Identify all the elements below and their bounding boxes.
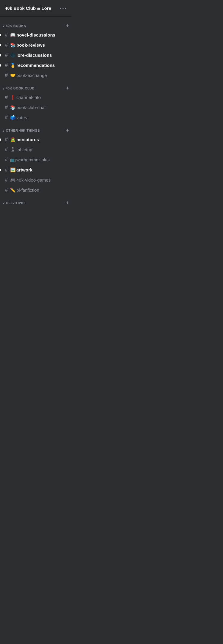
category-label-40k-books: 40K BOOKS [6, 24, 26, 28]
channel-item-book-exchange[interactable]: #🤝book-exchange [2, 70, 69, 80]
channel-name-tabletop: ♟️tabletop [10, 147, 32, 152]
channels-list: ∨40K BOOKS+#📖novel-discussions#📚book-rev… [0, 17, 71, 644]
channel-item-book-reviews[interactable]: #📚book-reviews [2, 40, 69, 50]
channel-emoji: 🗳️ [10, 115, 16, 120]
add-channel-btn-40k-books[interactable]: + [66, 23, 69, 29]
channel-emoji: 🌑 [10, 53, 16, 58]
channel-name-text: warhammer-plus [16, 157, 50, 162]
channel-name-warhammer-plus: 📺warhammer-plus [10, 157, 50, 163]
channel-emoji: 📖 [10, 32, 16, 38]
channel-item-recommendations[interactable]: #🥇recommendations [2, 60, 69, 70]
more-options-icon[interactable]: ··· [60, 5, 67, 12]
channel-name-recommendations: 🥇recommendations [10, 63, 55, 68]
hash-icon: # [5, 42, 8, 48]
channel-item-votes[interactable]: #🗳️votes [2, 113, 69, 122]
add-channel-btn-other-40k-things[interactable]: + [66, 128, 69, 133]
category-name-40k-books: ∨40K BOOKS [2, 24, 26, 28]
category-name-other-40k-things: ∨OTHER 40K THINGS [2, 129, 40, 132]
channel-item-miniatures[interactable]: #🧟miniatures [2, 135, 69, 144]
channel-name-artwork: 🖼️artwork [10, 167, 32, 173]
category-label-other-40k-things: OTHER 40K THINGS [6, 129, 40, 132]
hash-icon: # [5, 167, 8, 173]
channel-name-bl-fanfiction: ✏️bl-fanfiction [10, 188, 39, 193]
category-name-40k-book-club: ∨40K BOOK CLUB [2, 86, 35, 90]
channel-item-channel-info[interactable]: #❗channel-info [2, 92, 69, 102]
channel-name-text: channel-info [16, 95, 41, 100]
channel-name-book-reviews: 📚book-reviews [10, 42, 45, 48]
channel-name-text: artwork [16, 167, 32, 172]
channel-item-artwork[interactable]: #🖼️artwork [2, 165, 69, 175]
add-channel-btn-40k-book-club[interactable]: + [66, 86, 69, 91]
channel-name-text: miniatures [16, 137, 39, 142]
hash-icon: # [5, 62, 8, 68]
hash-icon: # [5, 72, 8, 78]
channel-emoji: 🧟 [10, 137, 16, 142]
category-label-off-topic: OFF-TOPIC [6, 201, 25, 205]
channel-emoji: 🥇 [10, 63, 16, 68]
category-label-40k-book-club: 40K BOOK CLUB [6, 86, 35, 90]
hash-icon: # [5, 114, 8, 121]
channel-name-lore-discussions: 🌑lore-discussions [10, 53, 52, 58]
channel-emoji: ♟️ [10, 147, 16, 152]
channel-emoji: 📚 [10, 42, 16, 48]
chevron-down-icon: ∨ [2, 129, 5, 132]
category-40k-books: ∨40K BOOKS+#📖novel-discussions#📚book-rev… [0, 19, 71, 80]
channel-item-bl-fanfiction[interactable]: #✏️bl-fanfiction [2, 185, 69, 195]
channel-name-miniatures: 🧟miniatures [10, 137, 39, 142]
add-channel-btn-off-topic[interactable]: + [66, 200, 69, 206]
channel-emoji: 🎮 [10, 177, 16, 183]
channel-name-text: book-club-chat [16, 105, 46, 110]
channel-item-40k-video-games[interactable]: #🎮40k-video-games [2, 175, 69, 185]
channel-item-warhammer-plus[interactable]: #📺warhammer-plus [2, 155, 69, 165]
channel-name-text: recommendations [16, 63, 55, 68]
channel-emoji: ❗ [10, 95, 16, 100]
chevron-down-icon: ∨ [2, 24, 5, 28]
channel-name-text: votes [16, 115, 27, 120]
channel-emoji: ✏️ [10, 188, 16, 193]
channel-name-text: book-reviews [16, 42, 45, 48]
channel-name-book-club-chat: 📚book-club-chat [10, 105, 46, 110]
channel-emoji: 🤝 [10, 73, 16, 78]
hash-icon: # [5, 147, 8, 153]
channel-emoji: 📚 [10, 105, 16, 110]
channel-emoji: 📺 [10, 157, 16, 163]
category-header-off-topic[interactable]: ∨OFF-TOPIC+ [0, 196, 71, 207]
hash-icon: # [5, 94, 8, 100]
channel-name-votes: 🗳️votes [10, 115, 27, 120]
channel-item-book-club-chat[interactable]: #📚book-club-chat [2, 103, 69, 112]
hash-icon: # [5, 177, 8, 183]
category-header-40k-book-club[interactable]: ∨40K BOOK CLUB+ [0, 81, 71, 92]
category-other-40k-things: ∨OTHER 40K THINGS+#🧟miniatures#♟️tableto… [0, 124, 71, 195]
hash-icon: # [5, 187, 8, 193]
channel-name-book-exchange: 🤝book-exchange [10, 73, 47, 78]
hash-icon: # [5, 157, 8, 163]
channel-emoji: 🖼️ [10, 167, 16, 173]
channel-name-text: bl-fanfiction [16, 188, 39, 193]
category-off-topic: ∨OFF-TOPIC+ [0, 196, 71, 207]
hash-icon: # [5, 52, 8, 58]
channel-name-text: novel-discussions [16, 32, 55, 37]
server-title: 40k Book Club & Lore [5, 6, 60, 11]
hash-icon: # [5, 136, 8, 143]
chevron-down-icon: ∨ [2, 201, 5, 205]
category-40k-book-club: ∨40K BOOK CLUB+#❗channel-info#📚book-club… [0, 81, 71, 122]
channel-name-channel-info: ❗channel-info [10, 95, 41, 100]
hash-icon: # [5, 32, 8, 38]
channel-item-tabletop[interactable]: #♟️tabletop [2, 145, 69, 155]
category-header-other-40k-things[interactable]: ∨OTHER 40K THINGS+ [0, 124, 71, 134]
channel-name-text: lore-discussions [16, 53, 52, 58]
category-header-40k-books[interactable]: ∨40K BOOKS+ [0, 19, 71, 30]
channel-name-text: 40k-video-games [16, 177, 51, 182]
channel-name-text: book-exchange [16, 73, 47, 78]
channel-item-novel-discussions[interactable]: #📖novel-discussions [2, 30, 69, 40]
hash-icon: # [5, 104, 8, 111]
sidebar: 40k Book Club & Lore ··· ∨40K BOOKS+#📖no… [0, 0, 71, 644]
channel-item-lore-discussions[interactable]: #🌑lore-discussions [2, 50, 69, 60]
channel-name-novel-discussions: 📖novel-discussions [10, 32, 55, 38]
chevron-down-icon: ∨ [2, 87, 5, 90]
category-name-off-topic: ∨OFF-TOPIC [2, 201, 25, 205]
channel-name-text: tabletop [16, 147, 32, 152]
server-header[interactable]: 40k Book Club & Lore ··· [0, 0, 71, 17]
channel-name-40k-video-games: 🎮40k-video-games [10, 177, 51, 183]
